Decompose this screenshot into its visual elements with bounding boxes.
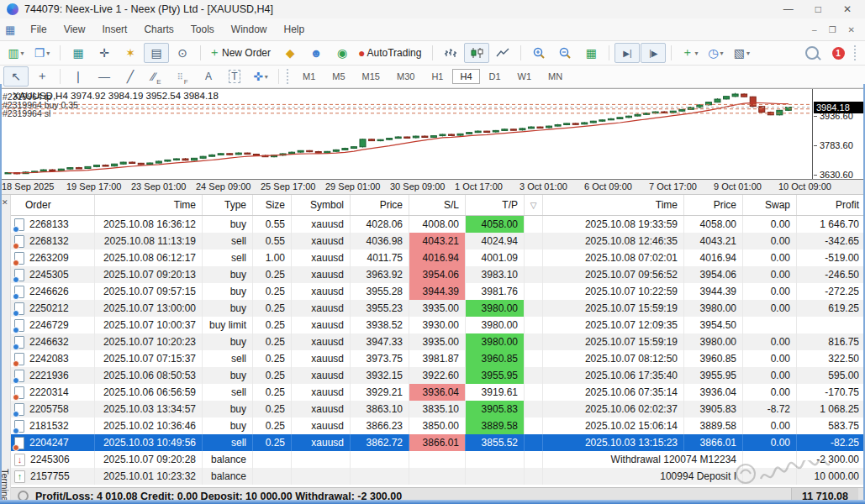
bar-chart-button[interactable] [438,43,463,63]
table-row[interactable]: 22466262025.10.07 09:57:15buy0.25xauusd3… [11,283,865,300]
cell-close-time: 2025.10.07 15:59:19 [543,300,684,317]
tf-M5[interactable]: M5 [324,69,352,84]
chart-shift-button[interactable]: |▶ [641,43,666,63]
table-row[interactable]: 22042472025.10.03 10:49:56sell0.25xauusd… [11,434,865,451]
cell-size: 0.25 [253,417,292,434]
terminal-close-icon[interactable]: ✕ [2,198,8,207]
channel-button[interactable]: ∕∕E [144,66,169,87]
child-minimize-button[interactable]: – [812,25,817,34]
toolbar-grip[interactable] [854,45,859,60]
order-doc-icon [14,235,24,248]
table-row[interactable]: 22681332025.10.08 16:36:12buy0.55xauusd4… [11,216,865,233]
table-row[interactable]: 22219362025.10.06 08:50:53buy0.25xauusd3… [11,367,865,384]
data-window-button[interactable]: ✛ [92,43,117,63]
arrange-windows-button[interactable]: ▦ [578,43,604,63]
auto-scroll-button[interactable]: ▶| [614,43,640,63]
fibonacci-button[interactable]: ⠿F [170,66,195,87]
strategy-tester-button[interactable]: ⊙ [170,43,195,63]
tf-M15[interactable]: M15 [355,69,388,84]
new-order-button[interactable]: ＋New Order [206,43,277,63]
tf-D1[interactable]: D1 [482,69,509,84]
tf-W1[interactable]: W1 [510,69,540,84]
menu-insert[interactable]: Insert [93,21,135,38]
arrows-button[interactable]: ✜▾ [248,66,273,87]
candlestick-button[interactable] [464,43,489,63]
signals-icon[interactable]: ◉ [330,43,355,63]
table-row[interactable]: 21815322025.10.02 10:36:46buy0.25xauusd3… [11,417,865,434]
mql-community-icon[interactable]: ☻ [303,43,329,63]
tf-MN[interactable]: MN [541,69,570,84]
table-row[interactable]: 22057582025.10.03 13:34:57buy0.25xauusd3… [11,401,865,417]
column-header-time[interactable]: Time [95,195,203,215]
terminal-button[interactable]: ▤ [144,43,169,63]
table-row[interactable]: ↑21577552025.10.01 10:23:32balance100994… [11,468,865,485]
periods-button[interactable]: ◷▾ [703,43,728,63]
column-header-sl[interactable]: S/L [409,195,466,215]
text-button[interactable]: A [196,66,221,87]
column-header-tp[interactable]: T/P [466,195,525,215]
menu-tools[interactable]: Tools [182,21,223,38]
search-button[interactable] [799,43,825,63]
crosshair-button[interactable]: ＋ [29,66,55,87]
table-row[interactable]: 22203142025.10.06 06:56:59sell0.25xauusd… [11,384,865,401]
tf-M1[interactable]: M1 [295,69,323,84]
column-header-price[interactable]: Price [351,195,409,215]
table-row[interactable]: 22420832025.10.07 07:15:37sell0.25xauusd… [11,350,865,367]
minimize-button[interactable]: — [783,3,794,15]
column-header-order[interactable]: Order [11,195,95,215]
indicators-button[interactable]: ＋▾ [677,43,702,63]
column-header-type[interactable]: Type [203,195,253,215]
cell-sort-spacer [525,468,543,485]
menu-help[interactable]: Help [276,21,314,38]
sort-indicator[interactable]: ▽ [525,195,543,215]
column-header-profit[interactable]: Profit [797,195,865,215]
column-header-size[interactable]: Size [253,195,292,215]
menu-window[interactable]: Window [223,21,276,38]
notifications-button[interactable]: 1 [825,43,851,63]
table-row[interactable]: 22467292025.10.07 10:00:37buy limit0.25x… [11,317,865,333]
menu-view[interactable]: View [55,21,94,38]
time-axis[interactable]: 18 Sep 202519 Sep 17:0023 Sep 01:0024 Se… [0,180,865,195]
table-row[interactable]: 22453052025.10.07 09:20:13buy0.25xauusd3… [11,266,865,283]
menu-file[interactable]: File [22,21,55,38]
child-close-button[interactable]: ✕ [848,25,855,34]
column-header-symbol[interactable]: Symbol [292,195,351,215]
cell-sort-spacer [525,249,543,266]
horizontal-line-button[interactable]: — [92,66,117,87]
column-header-swap[interactable]: Swap [743,195,797,215]
column-header-price[interactable]: Price [684,195,743,215]
autotrading-button[interactable]: ●AutoTrading [356,43,427,63]
tf-M30[interactable]: M30 [389,69,422,84]
line-chart-button[interactable] [490,43,515,63]
trendline-button[interactable]: ╱ [118,66,143,87]
tf-H1[interactable]: H1 [424,69,451,84]
templates-button[interactable]: ▧▾ [729,43,754,63]
table-row[interactable]: 22502122025.10.07 13:00:00buy0.25xauusd3… [11,300,865,317]
navigator-button[interactable]: ✶ [118,43,143,63]
table-row[interactable]: 22466322025.10.07 10:20:23buy0.25xauusd3… [11,333,865,350]
order-doc-icon [14,370,24,382]
table-row[interactable]: 22632092025.10.08 06:12:17sell1.00xauusd… [11,249,865,266]
profiles-button[interactable]: ❐▾ [29,43,55,63]
cell-open-time: 2025.10.07 09:20:28 [95,451,203,468]
text-label-button[interactable]: T [222,66,247,87]
vertical-line-button[interactable]: ❘ [66,66,91,87]
chart-plot[interactable]: #2319964 tp XAUUSD,H4 3974.92 3984.19 39… [0,89,812,179]
tf-H4[interactable]: H4 [452,69,479,84]
column-header-time[interactable]: Time [543,195,684,215]
menu-charts[interactable]: Charts [135,21,182,38]
chart-area[interactable]: #2319964 tp XAUUSD,H4 3974.92 3984.19 39… [0,88,865,180]
table-row[interactable]: ↓22453062025.10.07 09:20:28balanceWithdr… [11,451,865,468]
table-row[interactable]: 22681322025.10.08 11:13:19sell0.55xauusd… [11,233,865,249]
new-chart-button[interactable]: ▥▾ [3,43,29,63]
maximize-button[interactable]: □ [815,3,821,15]
child-restore-button[interactable]: ❐ [829,25,836,34]
price-axis[interactable]: 3936.603783.603630.603984.18 [812,89,865,179]
zoom-out-button[interactable] [552,43,578,63]
close-button[interactable]: ✕ [843,3,852,15]
market-watch-button[interactable]: ▦ [66,43,91,63]
zoom-in-button[interactable] [526,43,551,63]
cursor-button[interactable]: ↖ [3,66,29,87]
expert-advisors-icon[interactable]: ◆ [277,43,303,63]
timeframe-grip[interactable] [287,69,292,84]
